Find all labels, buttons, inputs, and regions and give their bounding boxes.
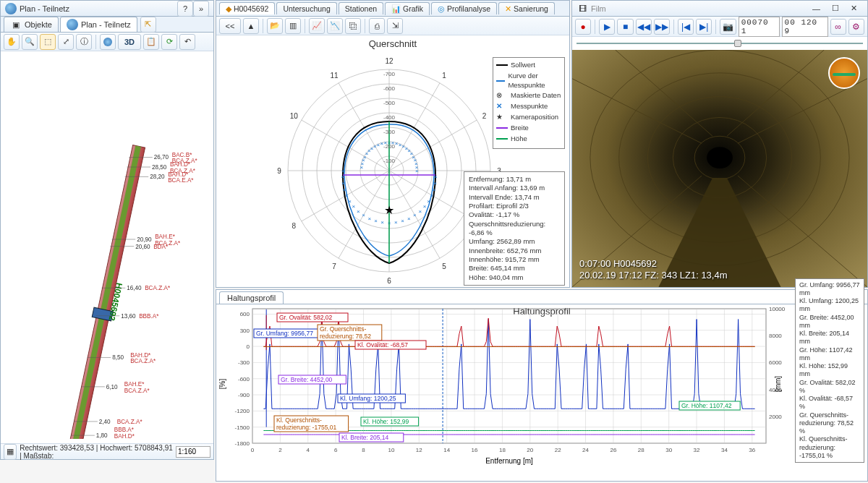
window-max[interactable]: ☐: [826, 4, 845, 13]
view-3d[interactable]: 3D: [118, 34, 141, 50]
pan-tool[interactable]: ✋: [4, 34, 20, 50]
counter-2: 00 120 9: [782, 17, 828, 37]
play-btn[interactable]: ▶: [599, 19, 615, 35]
svg-text:20,90: 20,90: [137, 236, 152, 243]
profile-toolbar: << ▲ 📂 ▥ 📈 📉 ⿻ ⎙ ⇲: [216, 17, 569, 35]
popout-button[interactable]: ⇱: [140, 17, 156, 33]
settings-btn[interactable]: ⚙: [848, 19, 864, 35]
tab-teilnetz[interactable]: Plan - Teilnetz: [60, 17, 137, 32]
tab-objekte[interactable]: ▣Objekte: [4, 17, 59, 32]
plan-canvas[interactable]: 16834 H0045692 26,70BAC.B*BCA.Z.A*28,50B…: [1, 51, 213, 439]
svg-text:-1800: -1800: [235, 440, 250, 447]
svg-text:8: 8: [362, 447, 365, 453]
info-tool[interactable]: ⓘ: [76, 34, 92, 50]
record-btn[interactable]: ●: [575, 19, 591, 35]
svg-text:BCA.E.A*: BCA.E.A*: [168, 177, 194, 184]
svg-text:BAH.E*: BAH.E*: [124, 381, 145, 388]
tab-untersuchung[interactable]: Untersuchung: [276, 2, 336, 14]
polar-legend: Sollwert Kurve der Messpunkte ⊗Maskierte…: [493, 57, 565, 149]
table-btn[interactable]: ▥: [285, 18, 301, 34]
select-tool[interactable]: ⬚: [40, 34, 56, 50]
window-close[interactable]: ✕: [845, 4, 863, 13]
video-slider[interactable]: [576, 38, 863, 49]
plan-tabstrip: ▣Objekte Plan - Teilnetz ⇱: [1, 17, 213, 33]
haltungsprofil-pane: Haltungsprofil Haltungsprofil -1800-1500…: [216, 289, 868, 482]
svg-text:8: 8: [292, 222, 297, 230]
svg-text:600: 600: [240, 311, 250, 317]
svg-text:20: 20: [527, 447, 533, 453]
rewind-btn[interactable]: ◀◀: [636, 19, 652, 35]
svg-text:26,70: 26,70: [154, 154, 169, 161]
svg-text:2: 2: [482, 112, 487, 120]
plan-toolbar: ✋ 🔍 ⬚ ⤢ ⓘ 3D 📋 ⟳ ↶: [1, 33, 213, 51]
nav-up[interactable]: ▲: [243, 18, 259, 34]
svg-text:28,50: 28,50: [152, 164, 167, 171]
chart1-btn[interactable]: 📈: [309, 18, 325, 34]
undo-tool[interactable]: ↶: [179, 34, 195, 50]
svg-text:×: ×: [415, 168, 419, 174]
svg-text:34: 34: [721, 447, 728, 453]
svg-text:Kl. Umfang: 1200,25: Kl. Umfang: 1200,25: [340, 395, 396, 402]
window-min[interactable]: —: [807, 4, 826, 13]
copy-btn[interactable]: ⿻: [345, 18, 361, 34]
nav-back[interactable]: <<: [219, 18, 241, 34]
svg-text:×: ×: [341, 168, 345, 174]
svg-text:×: ×: [345, 192, 349, 199]
bp-info: Gr. Umfang: 9956,77 mmKl. Umfang: 1200,2…: [795, 278, 864, 463]
zoom-extent[interactable]: ⤢: [58, 34, 74, 50]
svg-text:×: ×: [357, 208, 360, 215]
scale-input[interactable]: [176, 446, 210, 458]
svg-text:16,40: 16,40: [127, 285, 142, 291]
svg-text:×: ×: [348, 198, 352, 205]
svg-text:10: 10: [388, 447, 394, 453]
svg-text:1,80: 1,80: [96, 432, 108, 439]
svg-text:-300: -300: [238, 359, 250, 366]
layer-tool[interactable]: 📋: [143, 34, 159, 50]
svg-text:×: ×: [374, 218, 378, 224]
svg-text:6,10: 6,10: [106, 384, 118, 390]
coords-readout: Rechtswert: 393428,53 | Hochwert: 570884…: [20, 444, 173, 460]
collapse-button[interactable]: »: [193, 1, 209, 17]
tab-profilanalyse[interactable]: ◎ Profilanalyse: [431, 2, 497, 14]
video-title: Film: [591, 4, 606, 13]
svg-text:36: 36: [749, 447, 755, 453]
stop-btn[interactable]: ■: [617, 19, 633, 35]
forward-btn[interactable]: ▶▶: [654, 19, 670, 35]
svg-text:2: 2: [278, 447, 282, 453]
svg-text:×: ×: [423, 203, 427, 210]
prev-btn[interactable]: |◀: [678, 19, 694, 35]
svg-text:×: ×: [401, 218, 404, 224]
chart2-btn[interactable]: 📉: [327, 18, 343, 34]
tab-grafik[interactable]: 📊 Grafik: [385, 2, 430, 15]
tab-haltungsprofil[interactable]: Haltungsprofil: [219, 291, 284, 304]
svg-text:22: 22: [555, 447, 561, 453]
svg-text:[mm]: [mm]: [774, 376, 782, 392]
svg-text:8000: 8000: [769, 333, 782, 339]
svg-text:BAH.D*: BAH.D*: [114, 433, 135, 439]
open-btn[interactable]: 📂: [267, 18, 283, 34]
svg-text:11: 11: [330, 72, 339, 80]
refresh-tool[interactable]: ⟳: [161, 34, 177, 50]
grid-icon[interactable]: ▦: [4, 444, 17, 460]
svg-text:BCA.Z.A*: BCA.Z.A*: [124, 388, 150, 394]
export-btn[interactable]: ⇲: [387, 18, 403, 34]
tab-stationen[interactable]: Stationen: [339, 2, 383, 14]
tab-pipe[interactable]: ◆ H0045692: [219, 2, 275, 14]
svg-text:20,60: 20,60: [135, 244, 150, 250]
svg-text:BCA.Z.A*: BCA.Z.A*: [117, 419, 143, 425]
help-button[interactable]: ?: [177, 1, 193, 17]
svg-text:BDA*: BDA*: [153, 244, 169, 250]
svg-text:Gr. Höhe: 1107,42: Gr. Höhe: 1107,42: [681, 402, 732, 409]
svg-text:Entfernung [m]: Entfernung [m]: [485, 457, 533, 465]
snapshot-btn[interactable]: 📷: [720, 19, 736, 35]
link-btn[interactable]: ∞: [830, 19, 846, 35]
globe-tool[interactable]: [100, 34, 116, 50]
tab-sanierung[interactable]: ✕ Sanierung: [498, 2, 555, 14]
svg-text:-500: -500: [383, 100, 396, 106]
profile-tabstrip: ◆ H0045692 Untersuchung Stationen 📊 Graf…: [216, 1, 569, 17]
video-area[interactable]: 0:07:00 H0045692 20.02.19 17:12 FZ: 343 …: [572, 50, 867, 287]
print-btn[interactable]: ⎙: [369, 18, 385, 34]
next-btn[interactable]: ▶|: [696, 19, 712, 35]
zoom-tool[interactable]: 🔍: [22, 34, 38, 50]
svg-text:28,20: 28,20: [150, 174, 165, 180]
